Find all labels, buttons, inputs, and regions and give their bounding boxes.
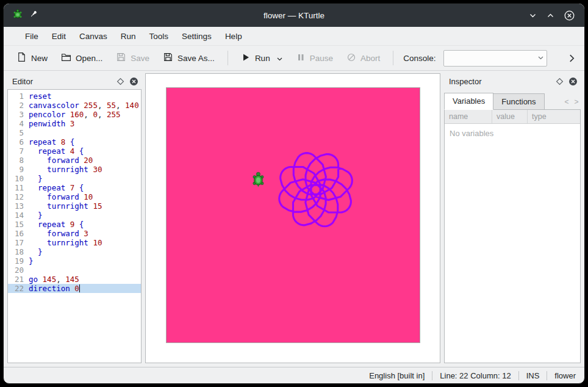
menu-item-canvas[interactable]: Canvas [73,29,114,43]
kturtle-window: flower — KTurtle FileEditCanvasRunToolsS… [3,3,585,384]
close-button[interactable] [564,10,575,21]
code-line-13: 13 turnright 15 [8,201,141,211]
save-as-button-label: Save As... [177,54,215,63]
abort-icon [346,52,356,64]
code-line-6: 6repeat 8 { [8,137,141,146]
variables-table-header: namevaluetype [445,110,580,124]
run-button[interactable]: Run [235,49,288,67]
code-line-18: 18 } [8,247,141,256]
editor-panel-title: Editor [12,77,112,86]
inspector-body: VariablesFunctions < > namevaluetype No … [444,89,581,363]
console-input[interactable] [444,54,536,63]
pause-button-label: Pause [310,54,333,63]
code-line-16: 16 forward 3 [8,229,141,238]
column-header-value[interactable]: value [492,110,528,123]
save-as-button[interactable]: Save As... [157,49,220,67]
column-header-type[interactable]: type [528,110,580,123]
code-line-15: 15 repeat 9 { [8,220,141,229]
code-line-21: 21go 145, 145 [8,275,141,284]
maximize-button[interactable] [547,12,554,20]
console-label: Console: [403,54,436,63]
open-folder-icon [61,52,71,64]
menu-item-tools[interactable]: Tools [143,29,176,43]
code-line-8: 8 forward 20 [8,156,141,165]
menu-item-file[interactable]: File [18,29,45,43]
code-line-22: 22direction 0 [8,284,141,293]
menu-item-run[interactable]: Run [114,29,143,43]
statusbar: English [built in] Line: 22 Column: 12 I… [4,367,584,383]
tab-functions[interactable]: Functions [493,93,544,109]
inspector-tabs: VariablesFunctions < > [444,93,581,109]
status-separator [432,371,432,380]
status-cursor-position: Line: 22 Column: 12 [440,371,511,380]
main-area: Editor 1reset2canvascolor 255, 55, 1403p… [4,71,584,367]
code-editor[interactable]: 1reset2canvascolor 255, 55, 1403pencolor… [7,89,142,363]
menu-item-settings[interactable]: Settings [175,29,218,43]
minimize-button[interactable] [529,12,537,20]
pin-icon[interactable] [29,10,38,21]
save-button: Save [110,49,155,67]
editor-panel-header[interactable]: Editor [7,73,142,89]
code-line-5: 5 [8,128,141,137]
save-button-label: Save [131,54,149,63]
abort-button: Abort [341,49,385,67]
code-line-1: 1reset [8,92,141,101]
abort-button-label: Abort [360,54,380,63]
titlebar[interactable]: flower — KTurtle [4,4,584,27]
new-button-label: New [31,54,48,63]
code-line-10: 10 } [8,174,141,183]
window-title: flower — KTurtle [264,11,324,20]
pause-button: Pause [290,49,339,67]
code-line-9: 9 turnright 30 [8,165,141,174]
console-combobox[interactable] [443,50,547,67]
tab-variables[interactable]: Variables [444,93,493,110]
status-separator [547,371,547,380]
editor-panel: Editor 1reset2canvascolor 255, 55, 1403p… [7,73,142,363]
run-button-label: Run [255,54,270,63]
inspector-panel-title: Inspector [449,77,551,86]
code-line-2: 2canvascolor 255, 55, 140 [8,101,141,110]
code-line-17: 17 turnright 10 [8,238,141,247]
tab-scroll-left-icon[interactable]: < [562,98,571,109]
code-line-11: 11 repeat 7 { [8,183,141,192]
menu-item-edit[interactable]: Edit [45,29,73,43]
status-insert-mode: INS [526,371,540,380]
editor-float-button[interactable] [115,76,126,87]
code-line-19: 19} [8,256,141,266]
inspector-panel-header[interactable]: Inspector [444,73,581,89]
open-button-label: Open... [76,54,102,63]
inspector-close-button[interactable] [567,76,578,87]
column-header-name[interactable]: name [445,110,492,123]
text-cursor [79,284,81,292]
toolbar-separator [393,51,393,65]
inspector-panel: Inspector VariablesFunctions < > nameval… [444,73,581,363]
empty-variables-text: No variables [445,124,580,143]
run-speed-chevron-icon[interactable] [277,54,282,63]
canvas-view[interactable] [145,73,440,363]
code-line-12: 12 forward 10 [8,192,141,201]
pause-icon [296,52,306,64]
toolbar: New Open... Save Save As... Run [4,46,584,71]
code-line-4: 4penwidth 3 [8,119,141,128]
app-icon-turtle [12,9,23,22]
tab-scroll-right-icon[interactable]: > [572,98,581,109]
inspector-float-button[interactable] [554,76,565,87]
code-line-20: 20 [8,266,141,275]
status-language: English [built in] [369,371,425,380]
toolbar-separator [228,51,228,65]
menubar: FileEditCanvasRunToolsSettingsHelp [4,27,584,46]
toolbar-overflow-button[interactable] [565,52,578,65]
turtle-canvas[interactable] [166,87,420,343]
new-button[interactable]: New [11,49,53,67]
open-button[interactable]: Open... [56,49,108,67]
console-dropdown-icon[interactable] [536,56,547,60]
code-line-7: 7 repeat 4 { [8,146,141,156]
editor-close-button[interactable] [128,76,139,87]
code-line-3: 3pencolor 160, 0, 255 [8,110,141,119]
menu-item-help[interactable]: Help [218,29,249,43]
save-icon [116,52,126,64]
code-line-14: 14 } [8,211,141,220]
status-separator [518,371,519,380]
run-play-icon [241,52,251,64]
new-file-icon [16,52,27,64]
